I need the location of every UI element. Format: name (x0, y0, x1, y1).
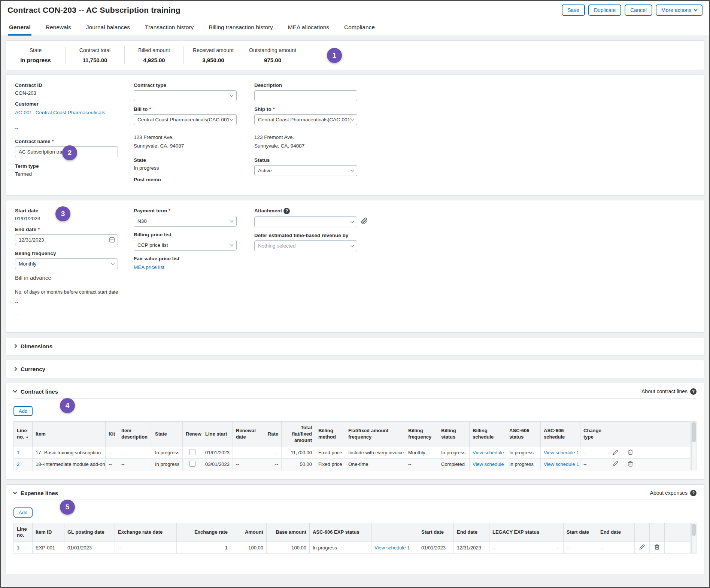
cell-link[interactable]: View schedule (473, 461, 504, 467)
attachment-select[interactable] (254, 216, 357, 227)
column-header[interactable] (553, 523, 564, 542)
column-header[interactable]: Item description (118, 421, 152, 447)
payment-term-select[interactable]: N30 (134, 216, 237, 227)
column-header[interactable]: Item (33, 421, 106, 447)
billing-price-list-select[interactable]: CCP price list (134, 240, 237, 251)
term-type-value: Termed (15, 171, 125, 177)
chevron-right-icon (13, 367, 17, 371)
column-header[interactable]: Billing frequency (405, 421, 438, 447)
save-button[interactable]: Save (562, 4, 585, 16)
column-header[interactable]: LEGACY EXP status (489, 523, 553, 542)
column-header[interactable]: Rate (262, 421, 282, 447)
column-header[interactable]: Billing method (315, 421, 345, 447)
cell-link[interactable]: View schedule 1 (374, 545, 410, 551)
column-header[interactable]: Item ID (33, 523, 64, 542)
column-header[interactable] (371, 523, 418, 542)
help-icon[interactable]: ? (690, 490, 697, 496)
about-expenses-link[interactable]: About expenses (650, 490, 688, 496)
ship-to-select[interactable]: Central Coast Pharmaceuticals(CAC-001) (254, 114, 357, 125)
column-header[interactable]: ASC-606 status (506, 421, 541, 447)
column-header[interactable] (608, 421, 623, 447)
column-header[interactable]: Line no. (14, 523, 33, 542)
column-header[interactable]: Kit (106, 421, 118, 447)
duplicate-button[interactable]: Duplicate (588, 4, 621, 16)
tab-mea-allocations[interactable]: MEA allocations (287, 20, 330, 36)
renew-checkbox[interactable] (189, 449, 195, 455)
chevron-down-icon[interactable] (13, 389, 17, 393)
edit-icon[interactable] (613, 462, 618, 468)
tab-general[interactable]: General (8, 20, 31, 36)
delete-icon[interactable] (628, 451, 633, 456)
column-header[interactable]: Amount (231, 523, 267, 542)
column-header[interactable]: Renewal date (233, 421, 262, 447)
table-cell: -- (405, 458, 438, 470)
cell-link[interactable]: 1 (17, 450, 19, 455)
cell-link[interactable]: 1 (17, 545, 19, 551)
end-date-input[interactable] (15, 234, 118, 245)
delete-icon[interactable] (654, 545, 660, 551)
table-scrollbar[interactable] (691, 421, 697, 470)
add-contract-line-button[interactable]: Add (13, 406, 33, 416)
column-header[interactable]: End date (597, 523, 635, 542)
tab-billing-transaction-history[interactable]: Billing transaction history (208, 20, 273, 36)
column-header[interactable]: Billing schedule (470, 421, 506, 447)
table-scrollbar[interactable] (691, 523, 697, 554)
column-header[interactable]: ASC-606 schedule (541, 421, 580, 447)
table-cell: 01/01/2023 (64, 542, 115, 554)
column-header[interactable] (650, 523, 665, 542)
renew-checkbox[interactable] (189, 461, 195, 467)
column-header[interactable]: ASC-606 EXP status (310, 523, 371, 542)
status-select[interactable]: Active (254, 165, 357, 176)
about-contract-lines-link[interactable]: About contract lines (641, 388, 688, 394)
tab-journal-balances[interactable]: Journal balances (85, 20, 131, 36)
delete-icon[interactable] (628, 462, 633, 468)
column-header[interactable]: GL posting date (64, 523, 115, 542)
callout-badge-4: 4 (60, 398, 75, 413)
table-cell: 03/01/2023 (202, 458, 233, 470)
currency-section[interactable]: Currency (6, 360, 704, 378)
column-header[interactable]: Exchange rate date (115, 523, 177, 542)
column-header[interactable]: Renew (183, 421, 202, 447)
tab-compliance[interactable]: Compliance (343, 20, 376, 36)
help-icon[interactable]: ? (283, 208, 290, 214)
customer-link[interactable]: AC-001--Central Coast Pharmaceuticals (15, 110, 105, 115)
column-header[interactable] (623, 421, 638, 447)
chevron-down-icon[interactable] (13, 490, 17, 494)
defer-revenue-select[interactable]: Nothing selected (254, 240, 357, 251)
column-header[interactable]: Base amount (267, 523, 310, 542)
cell-link[interactable]: View schedule 1 (544, 450, 579, 455)
add-expense-line-button[interactable]: Add (13, 507, 33, 518)
column-header[interactable]: Start date (564, 523, 597, 542)
more-actions-button[interactable]: More actions (656, 4, 703, 16)
cancel-button[interactable]: Cancel (625, 4, 652, 16)
billing-frequency-select[interactable]: Monthly (15, 258, 118, 269)
required-asterisk: * (149, 106, 151, 112)
paperclip-icon[interactable] (361, 218, 368, 226)
column-header[interactable]: Line start (202, 421, 233, 447)
column-header[interactable]: Start date (418, 523, 454, 542)
tab-renewals[interactable]: Renewals (45, 20, 72, 36)
column-header[interactable]: Billing status (438, 421, 470, 447)
column-header[interactable]: Total flat/fixed amount (282, 421, 315, 447)
help-icon[interactable]: ? (690, 388, 697, 395)
column-header[interactable] (635, 523, 650, 542)
cell-link[interactable]: View schedule 1 (544, 461, 579, 467)
edit-icon[interactable] (639, 545, 645, 551)
dimensions-section[interactable]: Dimensions (6, 337, 704, 355)
column-header[interactable]: End date (454, 523, 489, 542)
column-header[interactable]: Line no.▲ (14, 421, 33, 447)
bill-to-select[interactable]: Central Coast Pharmaceuticals(CAC-001) (134, 114, 237, 125)
edit-icon[interactable] (613, 451, 618, 456)
calendar-icon[interactable] (109, 237, 115, 244)
tab-transaction-history[interactable]: Transaction history (144, 20, 194, 36)
column-header[interactable]: Exchange rate (177, 523, 231, 542)
chevron-down-icon (351, 219, 354, 223)
cell-link[interactable]: 2 (17, 461, 19, 467)
column-header[interactable]: Change type (580, 421, 608, 447)
contract-type-select[interactable] (134, 90, 237, 101)
column-header[interactable]: Flat/fixed amount frequency (345, 421, 405, 447)
cell-link[interactable]: View schedule (473, 450, 504, 455)
mea-price-list-link[interactable]: MEA price list (134, 264, 164, 270)
description-input[interactable] (254, 90, 357, 101)
column-header[interactable]: State (152, 421, 183, 447)
